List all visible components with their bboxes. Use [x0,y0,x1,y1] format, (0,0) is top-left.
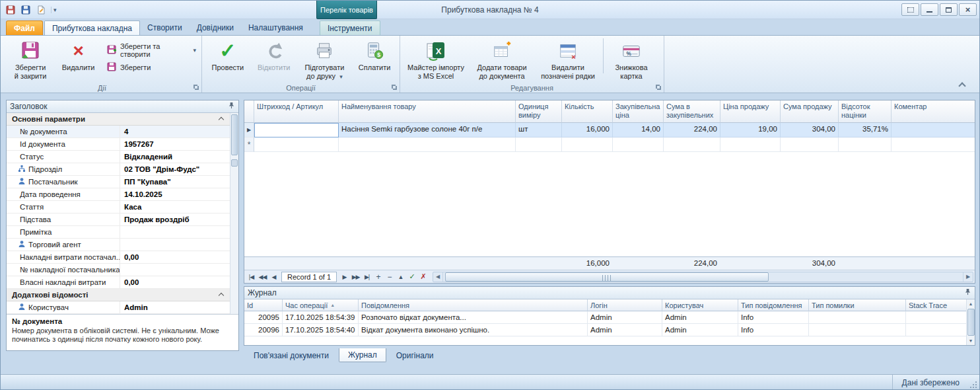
column-header-name[interactable]: Найменування товару [339,100,516,123]
scroll-right-icon[interactable]: ▶ [963,272,973,282]
cell-empty[interactable] [516,137,562,152]
cell-empty[interactable] [339,137,516,152]
tab-create[interactable]: Створити [140,20,190,35]
cell-qty[interactable]: 16,000 [562,123,613,137]
maximize-button[interactable] [940,3,958,16]
property-value[interactable] [120,264,230,276]
cell-markup[interactable]: 35,71% [839,123,892,137]
delete-marked-rows-button[interactable]: × Видалитипозначені рядки [535,37,601,82]
scrollbar-mark[interactable] [231,159,238,167]
property-value[interactable]: 02 ТОВ "Дрім-Фудс" [120,163,230,175]
cell-empty[interactable] [839,137,892,152]
grid-row[interactable]: ▶ Насіння Semki гарбузове солоне 40г п/е… [244,123,975,137]
fullscreen-button[interactable] [901,3,919,16]
property-row[interactable]: Торговий агент [7,239,230,251]
column-header-barcode[interactable]: Штрихкод / Артикул [254,100,339,123]
save-icon[interactable] [4,3,17,17]
column-header-sale-sum[interactable]: Сума продажу [781,100,839,123]
cell-empty[interactable] [664,137,720,152]
journal-row[interactable]: 20095 17.10.2025 18:54:39 Розпочато відк… [244,311,966,324]
column-header-purchase-sum[interactable]: Сума в закупівельних [664,100,720,123]
cell-empty[interactable] [562,137,613,152]
scrollbar-thumb[interactable] [967,309,975,336]
column-header-comment[interactable]: Коментар [892,100,975,123]
journal-column-id[interactable]: Id [244,299,283,311]
scroll-left-icon[interactable]: ◀ [433,272,443,282]
dropdown-icon[interactable]: ▾ [193,47,196,54]
tab-income-invoice[interactable]: Прибуткова накладна [44,20,140,35]
scroll-up-icon[interactable]: ▲ [967,299,975,308]
journal-column-error-type[interactable]: Тип помилки [809,299,906,311]
scrollbar-thumb[interactable] [231,114,238,155]
cell-comment[interactable] [892,123,975,137]
save-and-create-button[interactable]: Зберегти та створити ▾ [106,42,196,58]
column-header-markup[interactable]: Відсоток націнки [839,100,892,123]
nav-cancel-button[interactable]: ✗ [418,272,428,282]
cell-barcode[interactable] [254,123,339,137]
property-value[interactable]: Відкладений [120,151,230,163]
property-category[interactable]: Основні параметри [7,113,230,126]
nav-append-button[interactable]: + [373,272,383,282]
tab-settings[interactable]: Налаштування [241,20,310,35]
column-header-purchase-price[interactable]: Закупівельна ціна [613,100,664,123]
new-document-icon[interactable] [34,3,48,17]
property-row[interactable]: Примітка [7,226,230,239]
row-selector[interactable]: ▶ [244,123,254,137]
excel-import-button[interactable]: X Майстер імпортуз MS Excel [403,37,469,82]
property-value[interactable]: Admin [120,301,230,313]
pin-icon[interactable] [228,102,235,111]
resize-grip[interactable] [975,387,977,388]
cell-unit[interactable]: шт [516,123,562,137]
nav-prev-button[interactable]: ◀ [269,272,279,282]
cell-sale-price[interactable]: 19,00 [720,123,781,137]
property-value[interactable]: 0,00 [120,251,230,263]
minimize-button[interactable] [921,3,938,16]
property-value[interactable]: ПП "Купава" [120,176,230,188]
tab-file[interactable]: Файл [6,20,43,35]
journal-column-login[interactable]: Логін [588,299,662,311]
save-all-icon[interactable] [19,3,32,17]
pay-button[interactable]: $ Сплатити [352,37,397,82]
property-row[interactable]: Id документа 1957267 [7,138,230,151]
qat-customize-icon[interactable]: ▾ [51,7,59,13]
dropdown-icon[interactable]: ▾ [339,73,343,80]
properties-scrollbar[interactable] [230,113,238,314]
journal-column-stack-trace[interactable]: Stack Trace [906,299,966,311]
property-value[interactable] [120,239,230,251]
property-row[interactable]: Дата проведення 14.10.2025 [7,188,230,201]
property-row[interactable]: № накладної постачальника [7,264,230,276]
post-button[interactable]: ✓ Провести [205,37,251,82]
save-button[interactable]: Зберегти [106,61,196,73]
property-row[interactable]: Власні накладні витрати 0,00 [7,276,230,289]
ribbon-collapse-icon[interactable] [959,81,965,87]
scroll-down-icon[interactable]: ▼ [967,336,975,345]
nav-last-button[interactable]: ▶| [362,272,372,282]
nav-post-button[interactable]: ✓ [407,272,417,282]
nav-first-button[interactable]: |◀ [246,272,256,282]
cell-empty[interactable] [613,137,664,152]
property-row[interactable]: № документа 4 [7,126,230,138]
pin-icon[interactable] [964,288,971,297]
property-row[interactable]: Підрозділ 02 ТОВ "Дрім-Фудс" [7,163,230,176]
property-row[interactable]: Користувач Admin [7,301,230,314]
dialog-launcher-icon[interactable] [391,84,398,91]
delete-button[interactable]: × Видалити [55,37,101,82]
journal-row[interactable]: 20096 17.10.2025 18:54:40 Відкат докумен… [244,324,966,336]
print-button[interactable]: Підготувати до друку ▾ [297,37,353,82]
property-value[interactable]: 14.10.2025 [120,188,230,200]
cell-sale-sum[interactable]: 304,00 [781,123,839,137]
dialog-launcher-icon[interactable] [655,84,662,91]
tab-journal[interactable]: Журнал [339,348,386,362]
cell-purchase-price[interactable]: 14,00 [613,123,664,137]
nav-next-button[interactable]: ▶ [339,272,349,282]
nav-edit-button[interactable]: ▲ [396,272,405,282]
column-header-qty[interactable]: Кількість [562,100,613,123]
nav-next-page-button[interactable]: ▶▶ [351,272,361,282]
add-goods-button[interactable]: Додати товаридо документа [469,37,535,82]
column-header-unit[interactable]: Одиниця виміру [516,100,562,123]
tab-related-documents[interactable]: Пов'язані документи [245,348,337,362]
property-row[interactable]: Підстава Продаж вроздріб [7,214,230,226]
journal-column-type[interactable]: Тип повідомлення [738,299,809,311]
cell-empty[interactable] [720,137,781,152]
close-button[interactable]: × [959,3,977,16]
